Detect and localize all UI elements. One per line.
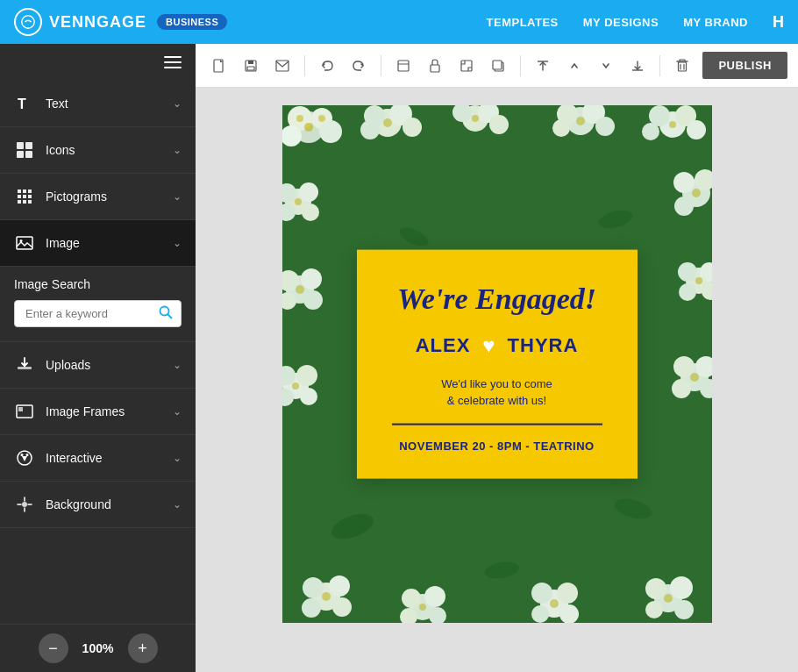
save-button[interactable] xyxy=(238,53,264,79)
svg-point-81 xyxy=(692,189,701,197)
logo-area[interactable]: VENNGAGE xyxy=(14,8,146,36)
svg-point-131 xyxy=(645,578,666,599)
zoom-out-button[interactable]: − xyxy=(39,633,68,663)
logo-icon xyxy=(14,8,42,36)
edit-button[interactable] xyxy=(453,53,480,79)
sidebar-item-text[interactable]: T Text ⌄ xyxy=(0,81,196,127)
svg-rect-8 xyxy=(28,189,32,193)
delete-button[interactable] xyxy=(669,53,695,79)
sidebar-item-image[interactable]: Image ⌄ xyxy=(0,220,196,267)
svg-rect-21 xyxy=(18,407,23,411)
toolbar-left xyxy=(206,53,695,79)
card-names: ALEX ♥ THYRA xyxy=(383,332,611,357)
svg-point-74 xyxy=(687,120,706,139)
svg-point-96 xyxy=(299,182,318,202)
email-button[interactable] xyxy=(269,53,296,79)
icons-icon xyxy=(14,139,35,161)
sidebar-item-interactive[interactable]: Interactive ⌄ xyxy=(0,435,196,482)
svg-point-68 xyxy=(595,117,615,136)
nav-my-brand[interactable]: MY BRAND xyxy=(683,16,748,29)
business-badge[interactable]: BUSINESS xyxy=(157,14,227,30)
svg-point-117 xyxy=(322,592,331,601)
redo-button[interactable] xyxy=(346,53,372,79)
svg-point-25 xyxy=(22,502,27,507)
undo-button[interactable] xyxy=(314,53,340,79)
sidebar-item-image-frames-label: Image Frames xyxy=(46,404,173,418)
svg-rect-31 xyxy=(398,61,409,71)
zoom-value: 100% xyxy=(81,641,116,655)
nav-more[interactable]: H xyxy=(773,13,784,32)
background-chevron: ⌄ xyxy=(173,498,182,511)
file-button[interactable] xyxy=(206,53,232,79)
card-divider xyxy=(392,423,602,425)
right-panel: PUBLISH xyxy=(196,44,798,672)
svg-point-86 xyxy=(679,283,696,301)
svg-rect-30 xyxy=(276,61,289,71)
sidebar-item-icons[interactable]: Icons ⌄ xyxy=(0,127,196,174)
hamburger-button[interactable] xyxy=(0,44,196,81)
svg-point-57 xyxy=(403,118,422,137)
lock-button[interactable] xyxy=(422,53,448,79)
svg-point-99 xyxy=(295,198,302,205)
nav-my-designs[interactable]: MY DESIGNS xyxy=(583,16,659,29)
svg-point-24 xyxy=(26,454,29,456)
move-up-button[interactable] xyxy=(561,53,588,79)
image-frames-chevron: ⌄ xyxy=(173,405,182,418)
image-search-input[interactable] xyxy=(14,300,182,327)
svg-point-115 xyxy=(332,597,352,617)
svg-rect-36 xyxy=(493,61,502,69)
pictograms-icon xyxy=(14,186,35,207)
sidebar-item-background[interactable]: Background ⌄ xyxy=(0,482,196,528)
uploads-chevron: ⌄ xyxy=(173,359,182,371)
publish-button[interactable]: PUBLISH xyxy=(702,52,787,79)
svg-rect-3 xyxy=(25,142,32,149)
svg-rect-4 xyxy=(17,151,24,158)
sidebar-item-interactive-label: Interactive xyxy=(46,451,173,465)
svg-rect-5 xyxy=(25,151,32,158)
svg-point-128 xyxy=(531,605,549,623)
svg-point-133 xyxy=(674,600,694,619)
sidebar-item-image-frames[interactable]: Image Frames ⌄ xyxy=(0,389,196,435)
text-icon: T xyxy=(14,93,35,114)
move-to-bottom-button[interactable] xyxy=(624,53,651,79)
svg-rect-28 xyxy=(248,61,253,64)
card-subtitle: We'd like you to come & celebrate with u… xyxy=(383,375,611,409)
card-title: We're Engaged! xyxy=(383,282,611,318)
move-down-button[interactable] xyxy=(593,53,619,79)
interactive-chevron: ⌄ xyxy=(173,452,182,464)
svg-point-52 xyxy=(296,115,303,122)
logo-text: VENNGAGE xyxy=(49,13,146,32)
minus-icon: − xyxy=(48,640,58,658)
toolbar-divider-4 xyxy=(659,55,660,76)
hamburger-icon xyxy=(164,56,182,68)
card-name1: ALEX xyxy=(416,333,471,356)
toolbar-divider-2 xyxy=(381,55,381,76)
svg-rect-14 xyxy=(28,200,32,204)
svg-rect-11 xyxy=(28,195,32,198)
sidebar-item-pictograms[interactable]: Pictograms ⌄ xyxy=(0,174,196,220)
svg-rect-33 xyxy=(431,65,439,72)
svg-point-89 xyxy=(673,356,695,377)
duplicate-button[interactable] xyxy=(485,53,511,79)
nav-templates[interactable]: TEMPLATES xyxy=(487,16,559,29)
image-chevron: ⌄ xyxy=(173,237,182,249)
svg-point-87 xyxy=(695,277,702,284)
svg-point-53 xyxy=(318,115,325,122)
toolbar: PUBLISH xyxy=(196,44,798,88)
move-to-top-button[interactable] xyxy=(530,53,556,79)
resize-button[interactable] xyxy=(390,53,417,79)
svg-point-109 xyxy=(300,388,317,405)
svg-point-75 xyxy=(642,123,659,140)
sidebar-item-uploads[interactable]: Uploads ⌄ xyxy=(0,342,196,389)
zoom-bar: − 100% + xyxy=(0,624,196,672)
zoom-in-button[interactable]: + xyxy=(128,633,158,663)
card-heart: ♥ xyxy=(482,332,495,357)
svg-point-83 xyxy=(678,262,697,282)
top-navigation: VENNGAGE BUSINESS TEMPLATES MY DESIGNS M… xyxy=(0,0,798,44)
svg-rect-15 xyxy=(17,237,32,249)
svg-text:T: T xyxy=(18,97,26,111)
svg-rect-42 xyxy=(679,62,687,71)
svg-point-64 xyxy=(472,115,479,122)
toolbar-divider-1 xyxy=(304,55,305,76)
svg-rect-29 xyxy=(247,67,254,70)
